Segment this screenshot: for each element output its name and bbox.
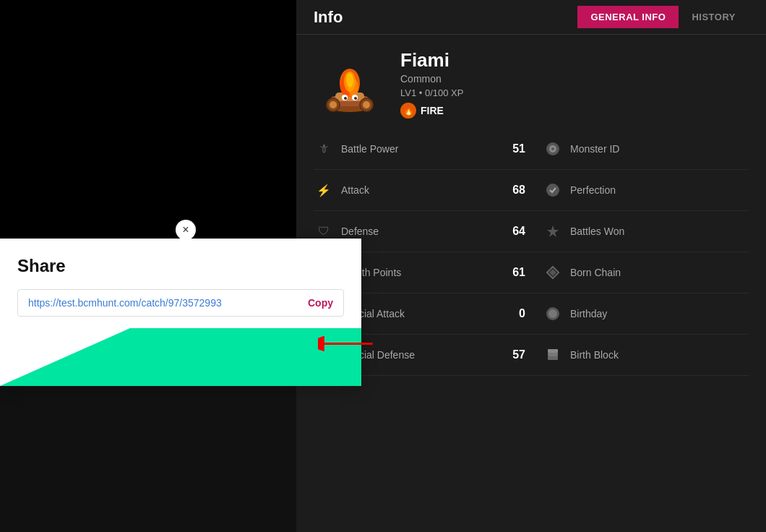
battles-won-icon <box>543 221 563 241</box>
svg-rect-27 <box>548 349 558 353</box>
stat-perfection: Perfection <box>570 184 749 196</box>
stat-special-defense: Special Defense <box>341 349 505 361</box>
stat-row: Birth Block <box>531 335 749 376</box>
monster-section: Fiami Common LV1 • 0/100 XP 🔥 FIRE <box>296 35 766 129</box>
monster-id-icon <box>543 139 563 159</box>
stat-health: Health Points <box>341 267 505 278</box>
born-chain-icon <box>543 262 563 283</box>
fire-label: FIRE <box>421 105 444 116</box>
birthday-icon <box>543 304 563 324</box>
stat-battle-power-value: 51 <box>512 142 531 155</box>
modal-close-button[interactable]: × <box>176 220 196 240</box>
stat-born-chain: Born Chain <box>570 267 749 278</box>
monster-rarity: Common <box>400 73 463 85</box>
stat-row: Perfection <box>531 170 749 211</box>
fire-icon: 🔥 <box>400 103 416 119</box>
svg-point-6 <box>363 101 370 108</box>
monster-name: Fiami <box>400 49 463 72</box>
stat-row: ⚡ Attack 68 <box>314 170 531 211</box>
stat-battles-won: Battles Won <box>570 226 749 237</box>
right-panel: Info GENERAL INFO HISTORY <box>296 0 766 532</box>
svg-rect-26 <box>548 353 558 356</box>
stats-grid: 🗡 Battle Power 51 Monster ID ⚡ Attack 68… <box>296 129 766 376</box>
svg-point-15 <box>354 97 357 100</box>
svg-point-24 <box>548 309 557 318</box>
birth-block-icon <box>543 345 563 365</box>
stat-birthday: Birthday <box>570 308 749 319</box>
stat-defense-value: 64 <box>512 225 531 238</box>
stat-battle-power: Battle Power <box>341 143 505 155</box>
stat-row: Monster ID <box>531 129 749 170</box>
stat-monster-id: Monster ID <box>570 143 749 155</box>
share-content: Share https://test.bcmhunt.com/catch/97/… <box>0 239 361 328</box>
tab-general-info[interactable]: GENERAL INFO <box>577 6 679 28</box>
share-url: https://test.bcmhunt.com/catch/97/357299… <box>28 297 299 309</box>
svg-point-19 <box>546 184 559 197</box>
stat-row: Battles Won <box>531 211 749 252</box>
copy-button[interactable]: Copy <box>299 297 333 309</box>
dark-overlay <box>0 0 296 239</box>
monster-level: LV1 • 0/100 XP <box>400 87 463 98</box>
monster-image <box>314 49 386 121</box>
stat-special-attack: Special Attack <box>341 308 512 319</box>
svg-point-4 <box>330 101 337 108</box>
stat-row: Born Chain <box>531 252 749 293</box>
svg-point-14 <box>344 97 347 100</box>
stat-defense: Defense <box>341 226 505 237</box>
info-header: Info GENERAL INFO HISTORY <box>296 0 766 35</box>
attack-icon: ⚡ <box>314 180 334 200</box>
stat-health-value: 61 <box>512 266 531 279</box>
stat-special-attack-value: 0 <box>519 307 531 320</box>
share-title: Share <box>17 256 344 276</box>
stat-row: Birthday <box>531 293 749 335</box>
page-title: Info <box>314 8 343 27</box>
banner-chevron <box>0 328 130 386</box>
stat-row: 🗡 Battle Power 51 <box>314 129 531 170</box>
svg-point-11 <box>346 73 353 87</box>
modal-bottom-banner <box>0 328 361 386</box>
svg-point-18 <box>551 147 554 150</box>
stat-special-defense-value: 57 <box>512 348 531 361</box>
stat-birth-block: Birth Block <box>570 349 749 361</box>
monster-details: Fiami Common LV1 • 0/100 XP 🔥 FIRE <box>400 49 463 119</box>
perfection-icon <box>543 180 563 200</box>
stat-attack: Attack <box>341 184 505 196</box>
monster-type: 🔥 FIRE <box>400 103 463 119</box>
svg-rect-25 <box>548 356 558 360</box>
share-modal: × Share https://test.bcmhunt.com/catch/9… <box>0 239 361 386</box>
tab-history[interactable]: HISTORY <box>679 6 749 28</box>
svg-marker-20 <box>547 226 559 237</box>
battle-power-icon: 🗡 <box>314 139 334 159</box>
share-url-box: https://test.bcmhunt.com/catch/97/357299… <box>17 289 344 317</box>
stat-attack-value: 68 <box>512 184 531 197</box>
